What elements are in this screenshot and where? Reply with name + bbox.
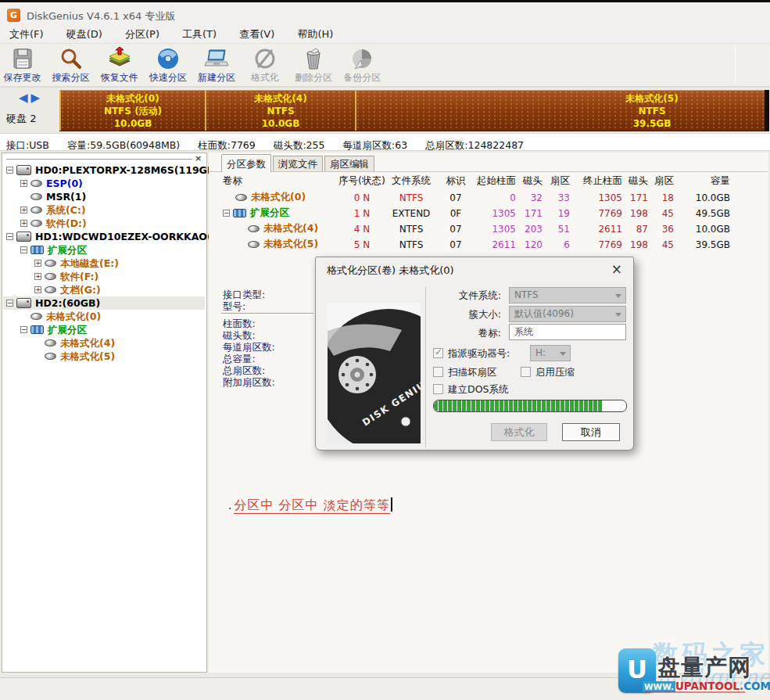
table-row-volume[interactable]: 未格式化(5): [223, 237, 338, 251]
prev-disk-icon[interactable]: ◀: [19, 91, 31, 105]
collapse-icon[interactable]: −: [6, 300, 13, 307]
cell-serial: 4 N: [338, 222, 386, 236]
search-partition-button[interactable]: 搜索分区: [48, 44, 93, 84]
tree-item-hd2[interactable]: −HD2:(60GB): [3, 296, 205, 310]
quick-partition-button[interactable]: 快速分区: [145, 44, 190, 84]
table-row-volume[interactable]: 未格式化(4): [223, 221, 338, 235]
table-row-volume[interactable]: 未格式化(0): [223, 190, 338, 204]
cell-start-cyl: 0: [469, 191, 516, 205]
tree-item-unformatted-5[interactable]: 未格式化(5): [3, 350, 205, 363]
volume-label: 未格式化(0): [251, 190, 306, 204]
annotation-text: .分区中 分区中 淡定的等等: [228, 497, 392, 514]
col-header-start-head[interactable]: 磁头: [516, 174, 543, 188]
partition-name: 未格式化(4): [206, 92, 355, 105]
col-header-serial[interactable]: 序号(状态): [338, 174, 386, 188]
col-header-volume[interactable]: 卷标: [223, 174, 332, 188]
format-label: 格式化: [242, 71, 287, 84]
collapse-icon[interactable]: −: [20, 326, 27, 333]
volume-name-input[interactable]: [509, 324, 626, 340]
drive-letter-combo[interactable]: H:: [530, 345, 571, 361]
collapse-icon[interactable]: −: [6, 167, 13, 174]
tab-sector-edit[interactable]: 扇区编辑: [324, 156, 374, 171]
tree-item-docs-g[interactable]: +文档(G:): [3, 283, 205, 296]
collapse-icon[interactable]: −: [20, 246, 27, 253]
next-disk-icon[interactable]: ▶: [31, 91, 44, 105]
disk-nav-arrows[interactable]: ◀▶: [19, 91, 43, 105]
partition-platter-icon: [45, 273, 56, 280]
scan-bad-sectors-checkbox[interactable]: [433, 367, 443, 377]
cell-end-head: 87: [622, 222, 648, 236]
tree-item-software-f[interactable]: +软件(F:): [3, 270, 205, 283]
format-confirm-button[interactable]: 格式化: [491, 423, 547, 441]
menu-file[interactable]: 文件(F): [0, 23, 53, 41]
tab-partition-params[interactable]: 分区参数: [221, 154, 271, 172]
cancel-button[interactable]: 取消: [562, 423, 620, 441]
tab-baseline: [209, 171, 768, 172]
format-button-toolbar[interactable]: 格式化: [242, 44, 287, 84]
tree-panel-splitter[interactable]: [6, 159, 192, 160]
recover-files-button[interactable]: 恢复文件: [97, 44, 141, 84]
save-changes-button[interactable]: 保存更改: [0, 44, 45, 84]
tree-item-system-c[interactable]: +系统(C:): [3, 203, 205, 217]
new-partition-button[interactable]: 新建分区: [194, 44, 238, 84]
detail-separator: [221, 313, 313, 314]
tree-item-unformatted-4[interactable]: 未格式化(4): [3, 336, 205, 350]
partition-fs: NTFS: [206, 105, 355, 117]
menu-disk[interactable]: 硬盘(D): [57, 23, 112, 41]
partition-platter-icon: [30, 206, 42, 214]
col-header-end-cyl[interactable]: 终止柱面: [570, 174, 622, 188]
backup-partition-button[interactable]: 备份分区: [340, 44, 385, 84]
menu-tools[interactable]: 工具(T): [173, 23, 226, 41]
partition-block-0[interactable]: 未格式化(0) NTFS (活动) 10.0GB: [59, 91, 205, 131]
dialog-close-icon[interactable]: ×: [611, 261, 622, 277]
hard-disk-image: DISK GENIUS: [328, 303, 421, 443]
col-header-end-sector[interactable]: 扇区: [648, 174, 674, 188]
collapse-icon[interactable]: −: [6, 233, 13, 240]
tree-item-local-e[interactable]: +本地磁盘(E:): [3, 257, 205, 270]
tree-item-hd0[interactable]: −HD0:PLEXTORPX-128M6S(119GB): [3, 163, 205, 177]
partition-platter-icon: [45, 339, 56, 346]
collapse-icon[interactable]: −: [223, 210, 230, 217]
filesystem-combo[interactable]: NTFS: [509, 287, 626, 303]
create-dos-checkbox[interactable]: [433, 384, 443, 394]
partition-block-5[interactable]: 未格式化(5) NTFS 39.5GB: [355, 91, 765, 131]
cluster-size-combo[interactable]: 默认值(4096): [509, 306, 626, 322]
col-header-filesystem[interactable]: 文件系统: [386, 174, 436, 188]
volume-label: 未格式化(5): [263, 237, 318, 251]
info-sectors-per-track: 每道扇区数:63: [343, 139, 408, 151]
menu-help[interactable]: 帮助(H): [288, 23, 342, 41]
table-row-volume[interactable]: −扩展分区: [223, 206, 338, 220]
col-header-capacity[interactable]: 容量: [674, 174, 730, 188]
col-header-start-sector[interactable]: 扇区: [543, 174, 570, 188]
tree-item-unformatted-0[interactable]: 未格式化(0): [3, 310, 205, 323]
expand-icon[interactable]: +: [20, 220, 27, 227]
tree-item-hd1[interactable]: −HD1:WDCWD10EZEX-OORKKAO(932GB): [3, 230, 205, 243]
menu-partition[interactable]: 分区(P): [116, 23, 169, 41]
tree-close-icon[interactable]: ×: [195, 153, 202, 163]
partition-block-4[interactable]: 未格式化(4) NTFS 10.0GB: [205, 91, 355, 131]
expand-icon[interactable]: +: [20, 180, 27, 187]
menu-view[interactable]: 查看(V): [230, 23, 284, 41]
col-header-end-head[interactable]: 磁头: [622, 174, 648, 188]
cell-filesystem: NTFS: [386, 238, 436, 252]
cluster-size-label: 簇大小:: [423, 308, 501, 321]
enable-compression-checkbox[interactable]: [521, 367, 531, 377]
expand-icon[interactable]: +: [34, 286, 41, 293]
disk-drive-icon: [16, 232, 31, 242]
cell-capacity: 10.0GB: [674, 191, 730, 205]
delete-partition-button[interactable]: 删除分区: [292, 44, 336, 84]
tree-item-esp[interactable]: +ESP(0): [3, 177, 205, 190]
expand-icon[interactable]: +: [34, 260, 41, 267]
tree-item-hd1-extended[interactable]: −扩展分区: [3, 243, 205, 257]
cell-end-cyl: 1305: [570, 191, 622, 205]
tree-item-msr[interactable]: MSR(1): [3, 190, 205, 203]
tab-browse-files[interactable]: 浏览文件: [273, 156, 323, 171]
expand-icon[interactable]: +: [34, 273, 41, 280]
partition-bar-endcap: [765, 90, 769, 131]
col-header-start-cyl[interactable]: 起始柱面: [469, 174, 516, 188]
tree-item-hd2-extended[interactable]: −扩展分区: [3, 323, 205, 336]
expand-icon[interactable]: +: [20, 206, 27, 214]
assign-drive-checkbox[interactable]: ✓: [433, 348, 443, 358]
cell-start-sector: 6: [543, 238, 570, 252]
tree-item-software-d[interactable]: +软件(D:): [3, 217, 205, 230]
